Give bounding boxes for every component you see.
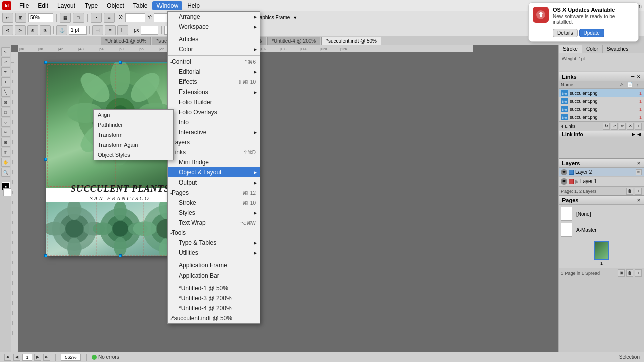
- tab-color[interactable]: Color: [582, 45, 603, 53]
- links-row-4[interactable]: jpg succulent.png 1: [559, 113, 644, 121]
- tab-untitled1[interactable]: *Untitled-1 @ 50%: [101, 37, 151, 45]
- menu-pages[interactable]: Pages ⌘F12: [168, 188, 260, 198]
- menu-color[interactable]: Color: [168, 44, 260, 54]
- layer1-expand[interactable]: ▶: [575, 179, 579, 184]
- menu-win-untitled1[interactable]: *Untitled-1 @ 50%: [168, 283, 260, 293]
- menu-type[interactable]: Type: [80, 1, 102, 10]
- tb2-btn-4[interactable]: ⊵: [40, 25, 51, 35]
- tool-rect[interactable]: □: [1, 108, 10, 117]
- menu-output[interactable]: Output: [168, 177, 260, 188]
- link-info-expand2[interactable]: ◀: [637, 132, 641, 137]
- menu-articles[interactable]: Articles: [168, 34, 260, 44]
- pages-panel-close[interactable]: ✕: [637, 198, 641, 203]
- tb2-align-left[interactable]: ⊣: [92, 25, 103, 35]
- menu-folio-overlays[interactable]: Folio Overlays: [168, 107, 260, 117]
- menu-folio-builder[interactable]: Folio Builder: [168, 97, 260, 107]
- menu-object[interactable]: Object: [103, 1, 128, 10]
- page-nav-next[interactable]: ▶: [34, 354, 41, 361]
- menu-object-layout[interactable]: Object & Layout: [168, 167, 260, 177]
- menu-interactive[interactable]: Interactive: [168, 127, 260, 137]
- tool-scissors[interactable]: ✂: [1, 128, 10, 137]
- menu-layers[interactable]: Layers: [168, 137, 260, 147]
- notif-details-btn[interactable]: Details: [553, 29, 578, 37]
- menu-control[interactable]: Control ⌃⌘6: [168, 57, 260, 67]
- tab-untitled4[interactable]: *Untitled-4 @ 200%: [267, 37, 320, 45]
- handle-ml[interactable]: [44, 158, 47, 161]
- tool-line[interactable]: ╲: [1, 87, 10, 97]
- links-row-3[interactable]: jpg succulent.png 1: [559, 105, 644, 113]
- zoom-pct-input[interactable]: [61, 354, 81, 361]
- toolbar-preview-btn[interactable]: □: [73, 13, 84, 23]
- pages-btn-spread[interactable]: ⊞: [618, 269, 625, 277]
- menu-type-tables[interactable]: Type & Tables: [168, 238, 260, 248]
- tab-stroke[interactable]: Stroke: [559, 45, 582, 53]
- page-thumb-1[interactable]: [594, 241, 609, 260]
- menu-layout[interactable]: Layout: [53, 1, 79, 10]
- page-nav-first[interactable]: ⏮: [4, 354, 11, 361]
- tool-select[interactable]: ↖: [1, 47, 10, 56]
- menu-info[interactable]: Info: [168, 117, 260, 127]
- layers-btn-trash[interactable]: 🗑: [626, 188, 633, 195]
- object-layout-submenu[interactable]: Align Pathfinder Transform Transform Aga…: [93, 109, 174, 160]
- tb2-align-right[interactable]: ⊢: [117, 25, 128, 35]
- tb2-pt-input[interactable]: [69, 26, 87, 35]
- links-btn-1[interactable]: ↻: [603, 123, 610, 130]
- toolbar-btn-1[interactable]: ↩: [2, 13, 13, 23]
- tool-free-transform[interactable]: ⊞: [1, 138, 10, 147]
- submenu-transform-again[interactable]: Transform Again: [94, 140, 173, 150]
- menu-win-untitled4[interactable]: *Untitled-4 @ 200%: [168, 303, 260, 313]
- links-btn-5[interactable]: +: [635, 123, 642, 130]
- tool-gradient[interactable]: ◫: [1, 148, 10, 157]
- menu-effects[interactable]: Effects ⇧⌘F10: [168, 77, 260, 87]
- menu-window[interactable]: Window: [152, 1, 182, 10]
- handle-tm[interactable]: [119, 61, 122, 64]
- menu-styles[interactable]: Styles: [168, 208, 260, 218]
- links-row-1[interactable]: jpg succulent.png 1: [559, 89, 644, 97]
- window-dropdown-menu[interactable]: Arrange Workspace Articles Color Control…: [167, 11, 260, 324]
- tb2-btn-2[interactable]: ⊳: [15, 25, 26, 35]
- links-row-2[interactable]: jpg succulent.png 1: [559, 97, 644, 105]
- toolbar-view-btn[interactable]: ▦: [60, 13, 71, 23]
- submenu-object-styles[interactable]: Object Styles: [94, 150, 173, 160]
- tab-swatches[interactable]: Swatches: [603, 45, 632, 53]
- submenu-transform[interactable]: Transform: [94, 130, 173, 140]
- menu-win-untitled3[interactable]: *Untitled-3 @ 200%: [168, 293, 260, 303]
- tool-hand[interactable]: ✋: [1, 158, 10, 167]
- notif-install-btn[interactable]: Update: [579, 29, 604, 37]
- links-panel-close[interactable]: ✕: [637, 74, 641, 79]
- submenu-align[interactable]: Align: [94, 110, 173, 120]
- handle-tl[interactable]: [44, 61, 47, 64]
- tool-direct-select[interactable]: ↗: [1, 57, 10, 66]
- handle-bm[interactable]: [119, 254, 122, 257]
- links-btn-3[interactable]: ✏: [619, 123, 626, 130]
- page-nav-last[interactable]: ⏭: [43, 354, 50, 361]
- link-info-expand[interactable]: ▶: [632, 132, 635, 137]
- links-panel-collapse[interactable]: —: [624, 74, 629, 79]
- menu-file[interactable]: File: [15, 1, 33, 10]
- menu-tools[interactable]: Tools: [168, 228, 260, 238]
- toolbar-paste-btn[interactable]: ⋮: [91, 13, 102, 23]
- links-panel-menu[interactable]: ☰: [631, 74, 635, 79]
- menu-utilities[interactable]: Utilities: [168, 248, 260, 258]
- links-btn-4[interactable]: ✕: [627, 123, 634, 130]
- menu-text-wrap[interactable]: Text Wrap ⌥⌘W: [168, 218, 260, 228]
- links-btn-2[interactable]: ↗: [611, 123, 618, 130]
- page-number-input[interactable]: [22, 354, 32, 361]
- menu-table[interactable]: Table: [129, 1, 152, 10]
- layers-panel-close[interactable]: ✕: [637, 161, 641, 166]
- tb2-btn-5[interactable]: ⚓: [56, 25, 67, 35]
- submenu-pathfinder[interactable]: Pathfinder: [94, 120, 173, 130]
- page-nav-prev[interactable]: ◀: [13, 354, 20, 361]
- layers-btn-new[interactable]: +: [635, 188, 642, 195]
- tool-pen[interactable]: ✒: [1, 67, 10, 76]
- layer2-visibility[interactable]: 👁: [561, 169, 567, 175]
- layers-row-1[interactable]: 👁 ▶ Layer 1: [559, 177, 644, 186]
- layer2-lock[interactable]: ✏: [636, 169, 642, 175]
- tool-rect-frame[interactable]: ⊡: [1, 98, 10, 107]
- toolbar-frame-dropdown[interactable]: ▼: [293, 15, 297, 20]
- menu-workspace[interactable]: Workspace: [168, 22, 260, 32]
- menu-editorial[interactable]: Editorial: [168, 67, 260, 77]
- layers-row-2[interactable]: 👁 Layer 2 ✏: [559, 168, 644, 177]
- tb2-px-input[interactable]: [141, 26, 158, 35]
- tab-succulent2[interactable]: *succulent.indt @ 50%: [321, 37, 381, 45]
